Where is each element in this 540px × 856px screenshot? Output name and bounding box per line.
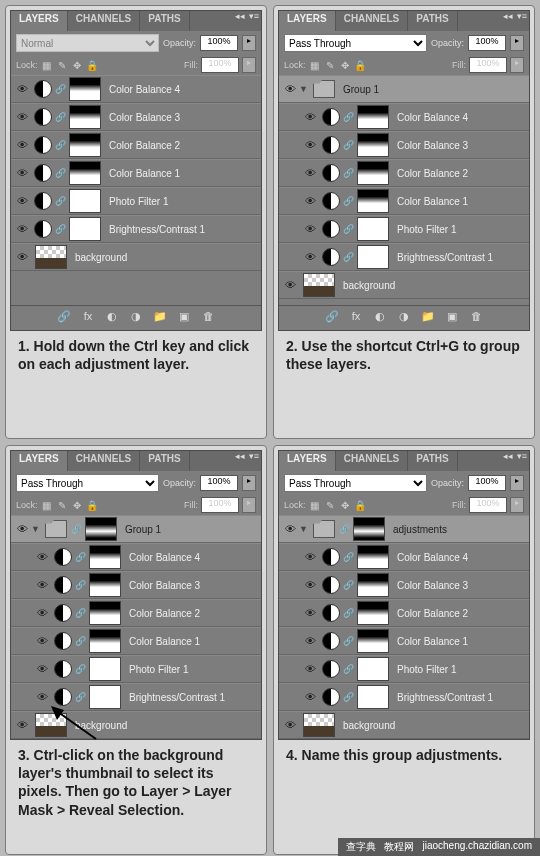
group-mask-thumbnail[interactable] xyxy=(85,517,117,541)
layer-row[interactable]: 👁🔗Brightness/Contrast 1 xyxy=(11,683,261,711)
mask-thumbnail[interactable] xyxy=(357,161,389,185)
disclosure-triangle[interactable]: ▼ xyxy=(299,84,309,94)
layer-row[interactable]: 👁🔗Color Balance 1 xyxy=(11,159,261,187)
layer-name[interactable]: Color Balance 1 xyxy=(129,636,200,647)
layer-row[interactable]: 👁🔗Color Balance 4 xyxy=(11,543,261,571)
tab-paths[interactable]: PATHS xyxy=(140,11,189,31)
layer-row[interactable]: 👁background xyxy=(11,243,261,271)
eye-icon[interactable]: 👁 xyxy=(301,136,319,154)
menu-icon[interactable]: ▾≡ xyxy=(247,11,261,31)
layer-name[interactable]: Color Balance 2 xyxy=(397,608,468,619)
layer-name[interactable]: Color Balance 2 xyxy=(397,168,468,179)
layer-row[interactable]: 👁🔗Color Balance 3 xyxy=(279,571,529,599)
add-mask-icon[interactable]: ◐ xyxy=(104,310,120,326)
mask-thumbnail[interactable] xyxy=(357,601,389,625)
blend-mode-select[interactable]: Pass Through xyxy=(16,474,159,492)
eye-icon[interactable]: 👁 xyxy=(33,576,51,594)
lock-transparent-icon[interactable]: ▦ xyxy=(309,59,321,71)
mask-thumbnail[interactable] xyxy=(357,133,389,157)
eye-icon[interactable]: 👁 xyxy=(33,548,51,566)
disclosure-triangle[interactable]: ▼ xyxy=(31,524,41,534)
eye-icon[interactable]: 👁 xyxy=(33,632,51,650)
eye-icon[interactable]: 👁 xyxy=(281,80,299,98)
mask-thumbnail[interactable] xyxy=(357,189,389,213)
blend-mode-select[interactable]: Pass Through xyxy=(284,474,427,492)
layer-name[interactable]: Brightness/Contrast 1 xyxy=(397,692,493,703)
layer-row[interactable]: 👁🔗Color Balance 3 xyxy=(11,571,261,599)
layer-name[interactable]: Color Balance 4 xyxy=(109,84,180,95)
layer-row[interactable]: 👁background xyxy=(279,711,529,739)
eye-icon[interactable]: 👁 xyxy=(13,108,31,126)
new-layer-icon[interactable]: ▣ xyxy=(444,310,460,326)
new-group-icon[interactable]: 📁 xyxy=(152,310,168,326)
layer-name[interactable]: Color Balance 4 xyxy=(129,552,200,563)
tab-paths[interactable]: PATHS xyxy=(140,451,189,471)
layer-row[interactable]: 👁🔗Brightness/Contrast 1 xyxy=(11,215,261,243)
layer-name[interactable]: Photo Filter 1 xyxy=(397,664,456,675)
eye-icon[interactable]: 👁 xyxy=(33,660,51,678)
mask-thumbnail[interactable] xyxy=(69,133,101,157)
eye-icon[interactable]: 👁 xyxy=(281,520,299,538)
collapse-icon[interactable]: ◂◂ xyxy=(233,451,247,471)
new-adjustment-icon[interactable]: ◑ xyxy=(396,310,412,326)
eye-icon[interactable]: 👁 xyxy=(301,108,319,126)
add-mask-icon[interactable]: ◐ xyxy=(372,310,388,326)
lock-position-icon[interactable]: ✥ xyxy=(339,59,351,71)
layer-name[interactable]: Color Balance 2 xyxy=(109,140,180,151)
layer-row[interactable]: 👁🔗Color Balance 1 xyxy=(279,187,529,215)
layer-row[interactable]: 👁🔗Color Balance 1 xyxy=(279,627,529,655)
opacity-field[interactable]: 100% xyxy=(468,475,506,491)
layer-name[interactable]: background xyxy=(75,252,127,263)
layer-row[interactable]: 👁🔗Photo Filter 1 xyxy=(279,215,529,243)
lock-pixels-icon[interactable]: ✎ xyxy=(56,59,68,71)
lock-transparent-icon[interactable]: ▦ xyxy=(309,499,321,511)
layer-name[interactable]: Color Balance 4 xyxy=(397,112,468,123)
layer-name[interactable]: Brightness/Contrast 1 xyxy=(109,224,205,235)
delete-icon[interactable]: 🗑 xyxy=(200,310,216,326)
layer-thumbnail[interactable] xyxy=(303,273,335,297)
eye-icon[interactable]: 👁 xyxy=(13,220,31,238)
tab-paths[interactable]: PATHS xyxy=(408,11,457,31)
disclosure-triangle[interactable]: ▼ xyxy=(299,524,309,534)
layer-name[interactable]: Color Balance 4 xyxy=(397,552,468,563)
collapse-icon[interactable]: ◂◂ xyxy=(501,451,515,471)
layer-row[interactable]: 👁background xyxy=(11,711,261,739)
eye-icon[interactable]: 👁 xyxy=(13,248,31,266)
link-layers-icon[interactable]: 🔗 xyxy=(56,310,72,326)
collapse-icon[interactable]: ◂◂ xyxy=(233,11,247,31)
layer-row[interactable]: 👁🔗Color Balance 2 xyxy=(11,599,261,627)
mask-thumbnail[interactable] xyxy=(89,545,121,569)
eye-icon[interactable]: 👁 xyxy=(13,80,31,98)
eye-icon[interactable]: 👁 xyxy=(301,548,319,566)
eye-icon[interactable]: 👁 xyxy=(13,520,31,538)
group-mask-thumbnail[interactable] xyxy=(353,517,385,541)
menu-icon[interactable]: ▾≡ xyxy=(515,451,529,471)
layer-name[interactable]: background xyxy=(343,720,395,731)
eye-icon[interactable]: 👁 xyxy=(301,576,319,594)
layer-row[interactable]: 👁🔗Brightness/Contrast 1 xyxy=(279,683,529,711)
mask-thumbnail[interactable] xyxy=(357,105,389,129)
blend-mode-select[interactable]: Pass Through xyxy=(284,34,427,52)
eye-icon[interactable]: 👁 xyxy=(13,716,31,734)
layer-row[interactable]: 👁🔗Color Balance 4 xyxy=(11,75,261,103)
layer-name[interactable]: Brightness/Contrast 1 xyxy=(397,252,493,263)
mask-thumbnail[interactable] xyxy=(357,217,389,241)
layer-name[interactable]: Photo Filter 1 xyxy=(129,664,188,675)
tab-layers[interactable]: LAYERS xyxy=(11,451,68,471)
mask-thumbnail[interactable] xyxy=(69,161,101,185)
mask-thumbnail[interactable] xyxy=(69,105,101,129)
group-row[interactable]: 👁▼Group 1 xyxy=(279,75,529,103)
opacity-field[interactable]: 100% xyxy=(200,475,238,491)
lock-position-icon[interactable]: ✥ xyxy=(71,499,83,511)
layer-row[interactable]: 👁🔗Color Balance 2 xyxy=(279,159,529,187)
mask-thumbnail[interactable] xyxy=(89,601,121,625)
lock-all-icon[interactable]: 🔒 xyxy=(86,59,98,71)
mask-thumbnail[interactable] xyxy=(357,573,389,597)
tab-layers[interactable]: LAYERS xyxy=(279,451,336,471)
group-name[interactable]: adjustments xyxy=(393,524,447,535)
eye-icon[interactable]: 👁 xyxy=(13,136,31,154)
layer-row[interactable]: 👁🔗Color Balance 2 xyxy=(11,131,261,159)
layer-thumbnail[interactable] xyxy=(303,713,335,737)
eye-icon[interactable]: 👁 xyxy=(13,192,31,210)
menu-icon[interactable]: ▾≡ xyxy=(247,451,261,471)
